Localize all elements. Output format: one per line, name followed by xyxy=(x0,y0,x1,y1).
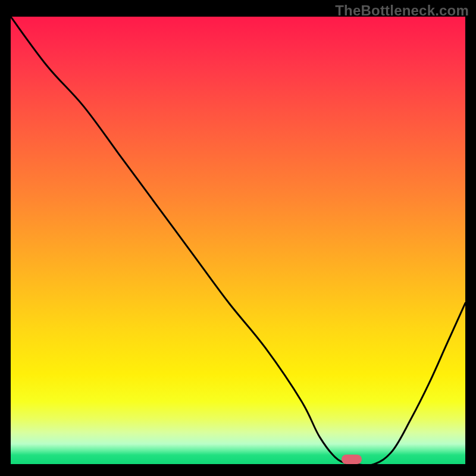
watermark-text: TheBottleneck.com xyxy=(335,2,469,19)
optimal-marker xyxy=(342,455,362,464)
chart-frame: TheBottleneck.com xyxy=(0,0,476,476)
bottleneck-curve xyxy=(11,17,465,464)
plot-area xyxy=(11,17,465,464)
